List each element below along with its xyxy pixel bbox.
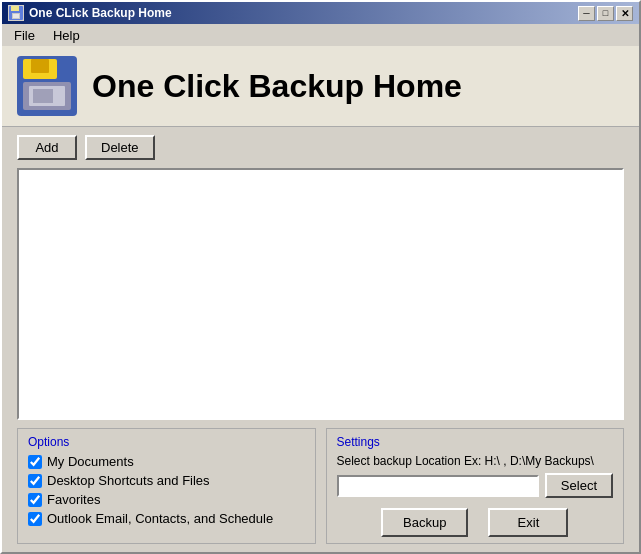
- checkbox-outlook-label: Outlook Email, Contacts, and Schedule: [47, 511, 273, 526]
- option-desktop-shortcuts: Desktop Shortcuts and Files: [28, 473, 305, 488]
- exit-button[interactable]: Exit: [488, 508, 568, 537]
- close-button[interactable]: ✕: [616, 6, 633, 21]
- option-outlook: Outlook Email, Contacts, and Schedule: [28, 511, 305, 526]
- title-bar: One CLick Backup Home ─ □ ✕: [2, 2, 639, 24]
- backup-location-input[interactable]: [337, 475, 539, 497]
- checkbox-favorites[interactable]: [28, 493, 42, 507]
- add-button[interactable]: Add: [17, 135, 77, 160]
- header-floppy-icon: [17, 56, 77, 116]
- app-title: One Click Backup Home: [92, 68, 462, 105]
- options-label: Options: [28, 435, 305, 449]
- option-favorites: Favorites: [28, 492, 305, 507]
- maximize-button[interactable]: □: [597, 6, 614, 21]
- checkbox-desktop-shortcuts[interactable]: [28, 474, 42, 488]
- checkbox-desktop-shortcuts-label: Desktop Shortcuts and Files: [47, 473, 210, 488]
- menu-bar: File Help: [2, 24, 639, 46]
- svg-rect-4: [13, 14, 19, 18]
- title-floppy-icon: [8, 5, 24, 21]
- settings-panel: Settings Select backup Location Ex: H:\ …: [326, 428, 625, 544]
- main-window: One CLick Backup Home ─ □ ✕ File Help On…: [0, 0, 641, 554]
- settings-row: Select: [337, 473, 614, 498]
- backup-button[interactable]: Backup: [381, 508, 468, 537]
- title-bar-left: One CLick Backup Home: [8, 5, 172, 21]
- select-button[interactable]: Select: [545, 473, 613, 498]
- svg-rect-2: [11, 6, 19, 11]
- window-title: One CLick Backup Home: [29, 6, 172, 20]
- menu-file[interactable]: File: [6, 26, 43, 45]
- title-bar-buttons: ─ □ ✕: [578, 6, 633, 21]
- backup-list: [17, 168, 624, 420]
- action-buttons: Backup Exit: [337, 508, 614, 537]
- settings-hint: Select backup Location Ex: H:\ , D:\My B…: [337, 454, 614, 468]
- options-panel: Options My Documents Desktop Shortcuts a…: [17, 428, 316, 544]
- option-my-documents: My Documents: [28, 454, 305, 469]
- settings-label: Settings: [337, 435, 614, 449]
- close-icon: ✕: [621, 8, 629, 19]
- bottom-area: Options My Documents Desktop Shortcuts a…: [2, 420, 639, 552]
- header-area: One Click Backup Home: [2, 46, 639, 127]
- checkbox-favorites-label: Favorites: [47, 492, 100, 507]
- toolbar: Add Delete: [2, 127, 639, 168]
- svg-rect-7: [31, 59, 49, 73]
- checkbox-outlook[interactable]: [28, 512, 42, 526]
- svg-rect-10: [33, 89, 53, 103]
- checkbox-my-documents[interactable]: [28, 455, 42, 469]
- checkbox-my-documents-label: My Documents: [47, 454, 134, 469]
- minimize-button[interactable]: ─: [578, 6, 595, 21]
- menu-help[interactable]: Help: [45, 26, 88, 45]
- delete-button[interactable]: Delete: [85, 135, 155, 160]
